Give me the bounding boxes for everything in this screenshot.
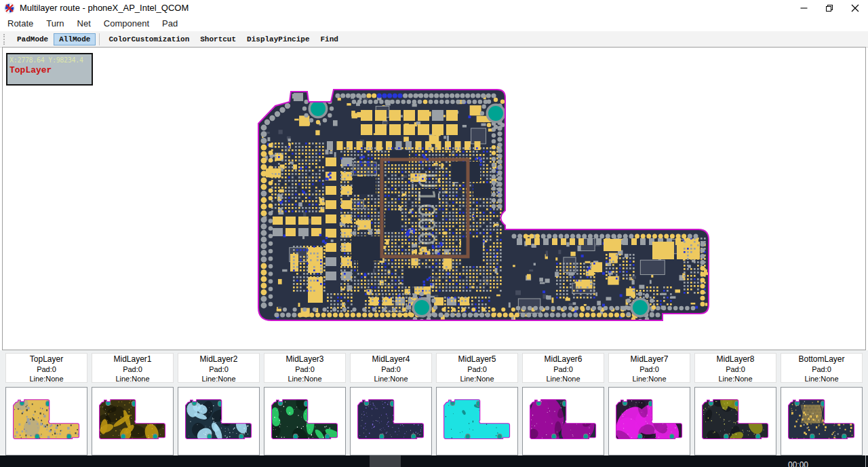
layer-cell-midlayer1[interactable]: MidLayer1Pad:0Line:None [92, 353, 174, 383]
menu-pad[interactable]: Pad [156, 17, 184, 30]
layer-thumbnail-toplayer[interactable] [5, 387, 87, 455]
tool-colorcustomization[interactable]: ColorCustomization [103, 33, 195, 45]
layer-panel: TopLayerPad:0Line:None MidLayer1Pad:0Lin… [0, 350, 868, 459]
minimize-button[interactable] [791, 0, 816, 16]
window-title: Multilayer route - phoneX_AP_Intel_QCOM [20, 3, 189, 13]
layer-cell-midlayer4[interactable]: MidLayer4Pad:0Line:None [350, 353, 432, 383]
tool-displaypincipe[interactable]: DisplayPincipe [241, 33, 315, 45]
menu-net[interactable]: Net [71, 17, 97, 30]
active-layer-label: TopLayer [9, 64, 90, 77]
layer-cell-midlayer5[interactable]: MidLayer5Pad:0Line:None [436, 353, 518, 383]
menu-component[interactable]: Component [98, 17, 155, 30]
close-icon [851, 4, 859, 12]
taskbar-clock: 00:00 [788, 460, 808, 467]
menu-rotate[interactable]: Rotate [1, 17, 39, 30]
layer-cell-midlayer3[interactable]: MidLayer3Pad:0Line:None [264, 353, 346, 383]
layer-thumbnail-midlayer6[interactable] [522, 387, 604, 455]
layer-thumbnail-midlayer2[interactable] [178, 387, 260, 455]
cursor-coordinates: X:2778.64 Y:98234.4 [9, 56, 90, 64]
restore-button[interactable] [816, 0, 842, 16]
tool-find[interactable]: Find [315, 33, 344, 45]
close-button[interactable] [842, 0, 868, 16]
layer-cell-midlayer6[interactable]: MidLayer6Pad:0Line:None [522, 353, 604, 383]
app-icon [4, 3, 15, 14]
show-desktop-divider [865, 455, 866, 467]
layer-thumbnail-midlayer4[interactable] [350, 387, 432, 455]
layer-thumbnail-midlayer3[interactable] [264, 387, 346, 455]
toolbar-grip-icon [3, 34, 7, 45]
menu-turn[interactable]: Turn [40, 17, 70, 30]
minimize-icon [800, 4, 808, 12]
layer-thumbnail-midlayer5[interactable] [436, 387, 518, 455]
menu-bar: Rotate Turn Net Component Pad [0, 16, 868, 31]
layer-thumbnail-midlayer1[interactable] [92, 387, 174, 455]
toolbar-separator [99, 33, 100, 45]
layer-cell-bottomlayer[interactable]: BottomLayerPad:0Line:None [781, 353, 863, 383]
pcb-canvas[interactable] [251, 83, 719, 329]
board-viewport[interactable]: X:2778.64 Y:98234.4 TopLayer [2, 47, 866, 350]
coordinate-overlay: X:2778.64 Y:98234.4 TopLayer [6, 53, 93, 86]
layer-thumbnail-midlayer7[interactable] [608, 387, 690, 455]
tool-padmode[interactable]: PadMode [12, 33, 54, 45]
tool-allmode[interactable]: AllMode [54, 33, 96, 45]
layer-thumbnail-midlayer8[interactable] [694, 387, 776, 455]
layer-cell-midlayer7[interactable]: MidLayer7Pad:0Line:None [608, 353, 690, 383]
layer-cell-midlayer2[interactable]: MidLayer2Pad:0Line:None [178, 353, 260, 383]
taskbar: 00:00 [0, 455, 868, 467]
tool-shortcut[interactable]: Shortcut [195, 33, 241, 45]
layer-thumbnail-bottomlayer[interactable] [781, 387, 863, 455]
tool-bar: PadMode AllMode ColorCustomization Short… [0, 31, 868, 48]
restore-icon [825, 4, 833, 12]
taskbar-app-segment[interactable] [370, 455, 401, 467]
layer-cell-midlayer8[interactable]: MidLayer8Pad:0Line:None [694, 353, 776, 383]
title-bar: Multilayer route - phoneX_AP_Intel_QCOM [0, 0, 868, 16]
layer-cell-toplayer[interactable]: TopLayerPad:0Line:None [5, 353, 87, 383]
